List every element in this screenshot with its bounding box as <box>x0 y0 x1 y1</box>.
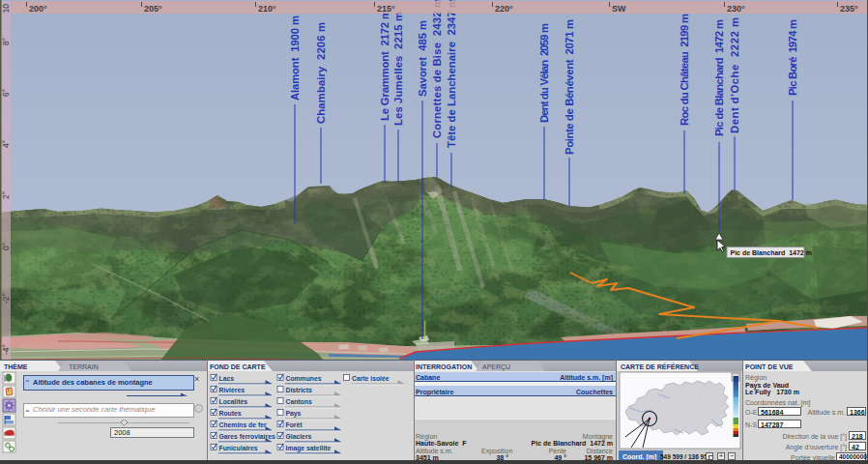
svg-text:220°: 220° <box>495 4 513 14</box>
svg-text:Pic de Blanchard 1472 m: Pic de Blanchard 1472 m <box>731 249 812 256</box>
svg-text:Pointe de Bénévent 2071 m: Pointe de Bénévent 2071 m <box>564 19 575 155</box>
svg-text:Glaciers: Glaciers <box>286 433 312 440</box>
svg-text:Carte isolée: Carte isolée <box>352 375 390 382</box>
svg-text:8°: 8° <box>1 38 11 45</box>
svg-text:230°: 230° <box>727 4 745 14</box>
svg-text:Routes: Routes <box>219 410 242 417</box>
svg-text:Districts: Districts <box>286 387 312 393</box>
svg-text:2°: 2° <box>1 191 11 199</box>
svg-text:Chemins de fer: Chemins de fer <box>219 421 267 428</box>
svg-text:Dent d'Oche 2222 m: Dent d'Oche 2222 m <box>729 17 740 133</box>
svg-text:4°: 4° <box>1 140 11 148</box>
svg-text:-2°: -2° <box>1 293 11 304</box>
svg-text:Dent du Vélan 2059 m: Dent du Vélan 2059 m <box>538 23 550 123</box>
svg-text:Chambairy 2206 m: Chambairy 2206 m <box>315 22 327 124</box>
svg-text:Pic Boré 1974 m: Pic Boré 1974 m <box>787 19 798 96</box>
svg-text:Gares ferroviaires: Gares ferroviaires <box>219 433 275 440</box>
svg-text:Image satellite: Image satellite <box>286 445 332 452</box>
svg-text:Forêt: Forêt <box>286 421 304 428</box>
svg-text:235°: 235° <box>840 4 858 14</box>
svg-text:Alamont 1900 m: Alamont 1900 m <box>289 15 301 101</box>
svg-text:Funiculaires: Funiculaires <box>219 445 258 451</box>
svg-text:Localités: Localités <box>219 398 248 405</box>
svg-text:6°: 6° <box>1 89 11 97</box>
svg-text:Cornettes de Bise 2432 m: Cornettes de Bise 2432 m <box>431 0 443 138</box>
svg-text:Le Grammont 2172 m: Le Grammont 2172 m <box>379 10 391 121</box>
svg-text:0°: 0° <box>1 243 11 250</box>
svg-text:215°: 215° <box>377 4 395 14</box>
svg-text:-4°: -4° <box>1 344 11 355</box>
svg-text:Savoret 485 m: Savoret 485 m <box>417 20 428 97</box>
svg-text:Communes: Communes <box>286 375 322 382</box>
svg-text:Rivières: Rivières <box>219 387 246 393</box>
svg-text:205°: 205° <box>144 4 162 14</box>
svg-text:200°: 200° <box>29 4 47 14</box>
svg-text:Cantons: Cantons <box>286 398 312 405</box>
svg-text:10: 10 <box>1 4 11 14</box>
svg-text:SW: SW <box>612 4 626 14</box>
svg-text:Tête de Lanchenaire 2347 m: Tête de Lanchenaire 2347 m <box>446 0 457 148</box>
svg-text:210°: 210° <box>258 4 276 14</box>
svg-text:Les Jumelles 2215 m: Les Jumelles 2215 m <box>392 12 404 126</box>
svg-text:Pic de Blanchard 1472 m: Pic de Blanchard 1472 m <box>713 19 725 136</box>
svg-text:Roc du Château 2199 m: Roc du Château 2199 m <box>679 14 690 126</box>
svg-text:Lacs: Lacs <box>219 375 235 382</box>
svg-text:Pays: Pays <box>286 410 302 418</box>
